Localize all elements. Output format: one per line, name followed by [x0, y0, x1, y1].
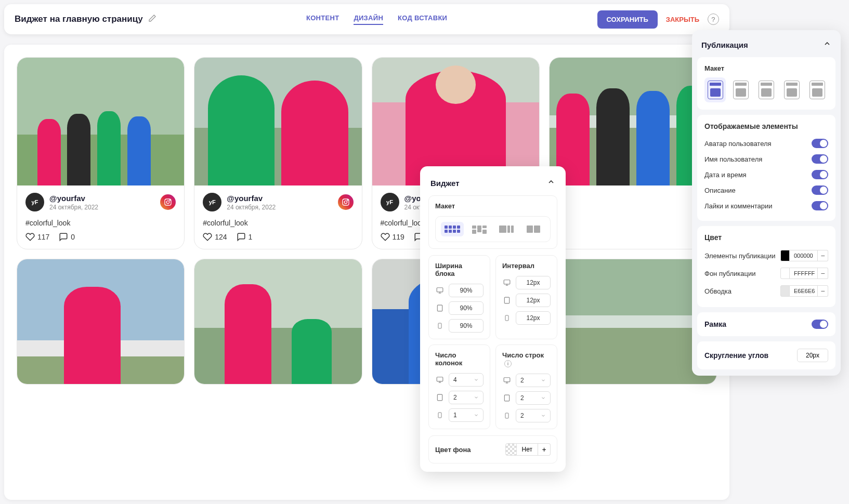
- width-desktop-input[interactable]: [449, 284, 484, 297]
- svg-rect-16: [437, 394, 442, 401]
- rows-mobile-select[interactable]: 2: [516, 409, 551, 422]
- remove-color-button[interactable]: −: [818, 285, 828, 297]
- pub-color-section: Цвет Элементы публикации 000000− Фон пуб…: [697, 226, 835, 307]
- collapse-icon[interactable]: [823, 39, 831, 50]
- tablet-icon: [435, 304, 445, 312]
- interval-tablet-input[interactable]: [516, 294, 551, 307]
- svg-point-4: [344, 201, 347, 203]
- cards-grid: yF @yourfav 24 октября, 2022 #colorful_l…: [17, 57, 717, 384]
- pub-frame-section: Рамка: [697, 312, 835, 336]
- rows-tablet-select[interactable]: 2: [516, 391, 551, 405]
- svg-rect-15: [437, 377, 443, 381]
- help-icon[interactable]: ?: [708, 14, 719, 25]
- toggle-label: Имя пользователя: [704, 155, 762, 163]
- info-icon[interactable]: i: [504, 360, 512, 367]
- avatar: yF: [203, 193, 221, 211]
- hashtag: #colorful_look: [203, 219, 353, 227]
- tablet-icon: [435, 393, 445, 402]
- width-tablet-input[interactable]: [449, 301, 484, 315]
- topbar-actions: СОХРАНИТЬ ЗАКРЫТЬ ?: [597, 10, 719, 29]
- pub-layout-opt-5[interactable]: [807, 77, 828, 102]
- remove-color-button[interactable]: −: [818, 250, 828, 261]
- post-card[interactable]: yF @yourfav 24 октября, 2022 #colorful_l…: [17, 57, 185, 249]
- toggle-label: Описание: [704, 187, 736, 194]
- svg-rect-17: [438, 413, 441, 418]
- pub-elements-section: Отображаемые элементы Аватар пользовател…: [697, 115, 835, 221]
- post-card[interactable]: [194, 259, 362, 384]
- post-image: [550, 58, 716, 185]
- post-image: [550, 259, 716, 384]
- tablet-icon: [502, 394, 512, 402]
- post-card[interactable]: [17, 259, 185, 384]
- layout-masonry-option[interactable]: [468, 222, 491, 236]
- avatar: yF: [381, 193, 399, 211]
- nav-embed[interactable]: КОД ВСТАВКИ: [398, 14, 447, 25]
- bg-value: Нет: [517, 443, 538, 456]
- width-mobile-input[interactable]: [449, 319, 484, 333]
- columns-box: Число колонок 4 2 1: [428, 344, 490, 429]
- pub-layout-opt-2[interactable]: [730, 77, 751, 102]
- toggle-frame[interactable]: [812, 320, 828, 329]
- pub-layout-opt-1[interactable]: [704, 77, 726, 102]
- layout-grid-option[interactable]: [441, 222, 464, 236]
- toggle-datetime[interactable]: [812, 170, 828, 179]
- svg-rect-19: [504, 395, 509, 401]
- pub-layout-section: Макет: [697, 57, 835, 110]
- layout-label: Макет: [435, 202, 551, 210]
- topbar: Виджет на главную страницу КОНТЕНТ ДИЗАЙ…: [4, 4, 729, 34]
- color-swatch-bg[interactable]: [780, 268, 790, 279]
- rows-desktop-select[interactable]: 2: [516, 374, 551, 387]
- svg-rect-13: [504, 297, 509, 303]
- interval-desktop-input[interactable]: [516, 276, 551, 289]
- bg-swatch[interactable]: [505, 443, 517, 456]
- svg-rect-18: [504, 378, 510, 382]
- toggle-username[interactable]: [812, 154, 828, 164]
- comments-stat: 1: [237, 232, 253, 242]
- remove-color-button[interactable]: −: [818, 268, 828, 279]
- svg-point-5: [347, 200, 348, 201]
- cols-mobile-select[interactable]: 1: [449, 408, 484, 422]
- color-swatch-elements[interactable]: [780, 250, 790, 261]
- cols-tablet-select[interactable]: 2: [449, 391, 484, 404]
- save-button[interactable]: СОХРАНИТЬ: [597, 10, 658, 29]
- svg-rect-11: [438, 323, 441, 328]
- post-image: [17, 259, 184, 384]
- instagram-icon[interactable]: [160, 194, 176, 210]
- interval-box: Интервал: [495, 255, 557, 339]
- close-button[interactable]: ЗАКРЫТЬ: [666, 16, 699, 23]
- edit-icon[interactable]: [148, 14, 156, 24]
- widget-title: Виджет на главную страницу: [15, 14, 143, 24]
- username: @yourfav: [49, 194, 155, 203]
- nav-content[interactable]: КОНТЕНТ: [306, 14, 339, 25]
- publication-title: Публикация: [701, 41, 748, 49]
- pub-layout-opt-4[interactable]: [781, 77, 803, 102]
- interval-mobile-input[interactable]: [516, 311, 551, 325]
- mobile-icon: [435, 411, 445, 419]
- nav-design[interactable]: ДИЗАЙН: [354, 14, 383, 25]
- color-swatch-border[interactable]: [780, 285, 790, 297]
- toggle-label: Дата и время: [704, 171, 747, 179]
- toggle-label: Аватар пользователя: [704, 140, 772, 148]
- cols-desktop-select[interactable]: 4: [449, 373, 484, 387]
- layout-list-option[interactable]: [522, 222, 545, 236]
- toggle-avatar[interactable]: [812, 139, 828, 148]
- add-color-button[interactable]: +: [538, 443, 551, 456]
- toggle-likes[interactable]: [812, 201, 828, 210]
- pub-layout-opt-3[interactable]: [755, 77, 777, 102]
- instagram-icon[interactable]: [338, 194, 354, 210]
- preview-area: yF @yourfav 24 октября, 2022 #colorful_l…: [4, 45, 729, 500]
- toggle-description[interactable]: [812, 185, 828, 195]
- mobile-icon: [502, 314, 512, 322]
- comments-stat: 0: [59, 232, 75, 242]
- collapse-icon[interactable]: [547, 178, 555, 188]
- mobile-icon: [435, 322, 445, 330]
- topbar-nav: КОНТЕНТ ДИЗАЙН КОД ВСТАВКИ: [306, 14, 447, 25]
- radius-input[interactable]: [797, 349, 828, 362]
- layout-slider-option[interactable]: [495, 222, 518, 236]
- svg-rect-10: [437, 305, 442, 311]
- post-card[interactable]: yF @yourfav 24 октября, 2022 #colorful_l…: [194, 57, 362, 249]
- post-date: 24 октября, 2022: [49, 204, 155, 211]
- desktop-icon: [435, 376, 445, 383]
- svg-rect-14: [505, 315, 508, 321]
- likes-stat: 124: [203, 232, 227, 242]
